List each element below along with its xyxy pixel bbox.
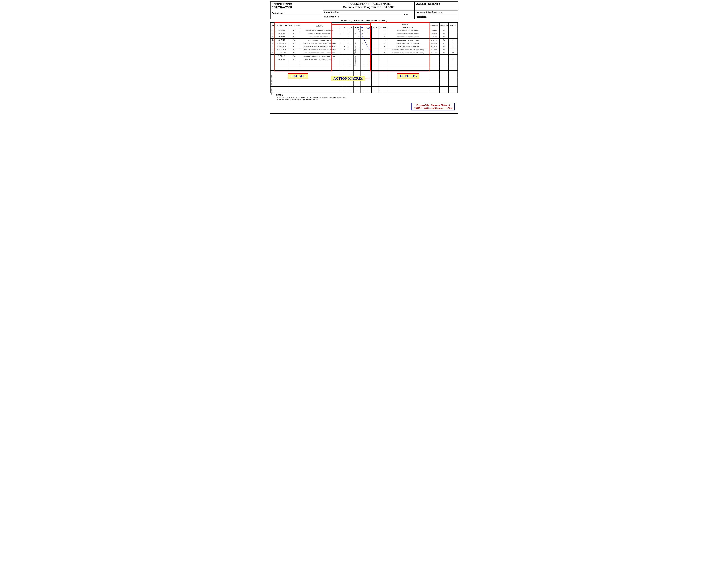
cell-actuated: 50-GBSO-01 — [275, 42, 288, 45]
cell-matrix — [379, 45, 382, 48]
cell-pid2 — [440, 83, 449, 87]
cell-matrix — [350, 90, 353, 93]
col-description: DESCRIPTION — [387, 26, 429, 29]
cell-no — [382, 83, 387, 87]
cell-no: 4 — [382, 39, 387, 42]
cell-matrix — [361, 48, 364, 51]
cell-matrix — [379, 35, 382, 39]
cell-matrix — [371, 74, 375, 77]
cell-note — [449, 87, 458, 90]
cell-matrix — [375, 67, 379, 70]
title-l2: Cause & Effect Diagram for Unit 5000 — [324, 5, 413, 9]
cell-actuated — [275, 77, 288, 80]
cell-aon: P-5003C — [429, 35, 440, 39]
col-num-8: 8 — [364, 26, 368, 29]
contractor-l2: CONTRACTOR — [272, 6, 322, 9]
note-line: 2) To be finalized by unloading package … — [277, 99, 456, 100]
cell-rev: 01 — [270, 42, 275, 45]
table-row: 50-PSLL-09001LOW LOW PRESSURE IN P-5003 … — [270, 58, 458, 61]
cell-matrix — [361, 83, 364, 87]
note-line: 1) INTERLOCK WOULD BE ACTIVATED IF PSLL … — [277, 97, 456, 98]
document-page: ENGINEERING CONTRACTOR Project No. : PRO… — [270, 1, 458, 114]
cell-note — [449, 67, 458, 70]
owner-url: InstrumentationTools.com — [414, 10, 458, 15]
cell-matrix — [339, 70, 343, 74]
cell-matrix — [346, 70, 350, 74]
cell-matrix — [368, 39, 371, 42]
cell-matrix — [375, 55, 379, 58]
cell-pid: 001 — [288, 32, 300, 35]
col-effect: EFFECT — [382, 23, 429, 26]
cell-matrix — [357, 32, 361, 35]
cell-matrix — [371, 51, 375, 55]
cell-matrix — [379, 64, 382, 67]
cell-pid — [288, 87, 300, 90]
cell-desc: CLOSE TRUCK BALANCE LINE VALVE (50-UV-08… — [387, 48, 429, 51]
cell-matrix — [375, 48, 379, 51]
cell-matrix — [350, 32, 353, 35]
cell-rev — [270, 64, 275, 67]
cell-rev: 01 — [270, 48, 275, 51]
cell-matrix — [375, 61, 379, 64]
cell-matrix — [375, 90, 379, 93]
cell-note — [449, 90, 458, 93]
cell-cause — [300, 61, 339, 64]
cell-matrix — [343, 32, 346, 35]
cell-matrix — [346, 42, 350, 45]
cell-desc — [387, 87, 429, 90]
cell-matrix — [343, 45, 346, 48]
cell-pid2 — [440, 55, 449, 58]
cell-matrix — [375, 29, 379, 32]
cell-matrix — [375, 87, 379, 90]
cell-matrix — [350, 45, 353, 48]
cell-matrix — [346, 90, 350, 93]
prepared-l1: Prepared By : Mansoor Mohseni — [414, 104, 452, 107]
cell-matrix — [379, 67, 382, 70]
cell-aon — [429, 64, 440, 67]
cell-desc: CLOSE FEED VALVE TO P-5003B/C — [387, 45, 429, 48]
cell-matrix — [364, 29, 368, 32]
cell-matrix — [364, 87, 368, 90]
cell-matrix — [368, 90, 371, 93]
col-num-1: 1 — [339, 26, 343, 29]
cell-matrix — [357, 61, 361, 64]
cell-rev: 01 — [270, 35, 275, 39]
cell-cause — [300, 83, 339, 87]
cell-matrix — [339, 32, 343, 35]
cell-aon — [429, 67, 440, 70]
cell-pid — [288, 83, 300, 87]
cell-matrix — [350, 64, 353, 67]
cell-matrix — [375, 77, 379, 80]
table-row: 0150-HS-16001STOP PUSH BUTTON(DCS) TRAIN… — [270, 39, 458, 42]
cell-actuated: 50-HS-14 — [275, 35, 288, 39]
cell-matrix — [339, 83, 343, 87]
cell-pid2 — [440, 70, 449, 74]
cell-matrix — [364, 83, 368, 87]
cell-matrix — [350, 39, 353, 42]
cell-matrix — [350, 70, 353, 74]
cell-matrix — [371, 87, 375, 90]
cell-matrix — [368, 61, 371, 64]
cell-pid: 001 — [288, 29, 300, 32]
cell-note — [449, 64, 458, 67]
cell-matrix — [361, 29, 364, 32]
table-row: 0150-HS-14001STOP PUSH BUTTON TRAIN II3S… — [270, 35, 458, 39]
cell-actuated — [275, 67, 288, 70]
cell-pid2: 001 — [440, 51, 449, 55]
cell-matrix — [371, 42, 375, 45]
cell-matrix — [357, 64, 361, 67]
col-num-5: 5 — [353, 26, 357, 29]
cell-pid: 001 — [288, 39, 300, 42]
cell-matrix — [343, 58, 346, 61]
cell-pid2 — [440, 77, 449, 80]
cell-matrix — [368, 32, 371, 35]
cell-matrix — [364, 48, 368, 51]
cell-no — [382, 70, 387, 74]
owner-proj-label: Project No. — [414, 15, 458, 19]
cell-pid2 — [440, 80, 449, 83]
col-pid2: P&ID NO. 50-PR-PID- — [440, 23, 449, 29]
cell-matrix — [379, 61, 382, 64]
table-row — [270, 61, 458, 64]
cell-no — [382, 87, 387, 90]
cell-pid2 — [440, 58, 449, 61]
